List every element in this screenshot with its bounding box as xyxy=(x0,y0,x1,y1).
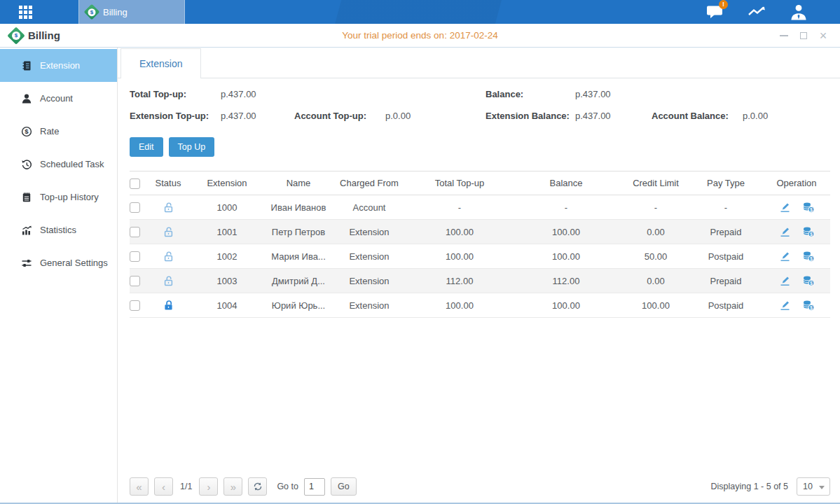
sidebar-item-scheduled-task[interactable]: Scheduled Task xyxy=(0,148,117,181)
extension-topup-label: Extension Top-up: xyxy=(130,111,209,121)
row-checkbox[interactable] xyxy=(130,227,140,237)
goto-page-input[interactable] xyxy=(304,478,325,496)
cell-balance: - xyxy=(509,195,623,220)
select-all-checkbox[interactable] xyxy=(130,178,140,189)
notebook-icon xyxy=(21,192,32,203)
cell-balance: 100.00 xyxy=(509,244,623,269)
top-up-row-button[interactable]: $ xyxy=(802,300,815,311)
page-size-select[interactable]: 10 xyxy=(797,477,830,496)
app-launcher-button[interactable] xyxy=(0,0,50,24)
edit-button[interactable]: Edit xyxy=(130,137,163,157)
sidebar-item-rate[interactable]: $ Rate xyxy=(0,115,117,148)
sidebar-item-general-settings[interactable]: General Settings xyxy=(0,246,117,279)
top-up-row-button[interactable]: $ xyxy=(802,202,815,213)
table-body: 1000 Иван Иванов Account - - - - xyxy=(130,195,830,318)
locked-icon xyxy=(163,300,174,312)
edit-row-button[interactable] xyxy=(779,202,791,213)
row-checkbox[interactable] xyxy=(130,202,140,213)
account-button[interactable] xyxy=(790,3,808,21)
cell-pay-type: Prepaid xyxy=(689,269,763,293)
maximize-button[interactable] xyxy=(798,30,809,41)
top-up-row-button[interactable]: $ xyxy=(802,226,815,237)
ledger-icon xyxy=(21,60,32,71)
table-row[interactable]: 1000 Иван Иванов Account - - - - xyxy=(130,195,830,220)
reports-button[interactable] xyxy=(748,3,766,21)
table-row[interactable]: 1001 Петр Петров Extension 100.00 100.00… xyxy=(130,220,830,244)
window-titlebar: $ Billing Your trial period ends on: 201… xyxy=(0,24,840,48)
row-checkbox[interactable] xyxy=(130,251,140,262)
sidebar: Extension Account $ Rate xyxy=(0,48,118,503)
prev-page-button[interactable]: ‹ xyxy=(154,477,173,496)
close-button[interactable]: × xyxy=(818,30,829,41)
pagination-bar: « ‹ 1/1 › » Go to Go Displaying xyxy=(118,473,840,503)
cell-total-topup: - xyxy=(410,195,509,220)
taskbar-item-billing[interactable]: $ Billing xyxy=(78,0,185,24)
tab-extension[interactable]: Extension xyxy=(121,48,201,78)
table-row[interactable]: 1004 Юрий Юрь... Extension 100.00 100.00… xyxy=(130,293,830,318)
cell-charged-from: Extension xyxy=(329,244,410,269)
line-chart-icon xyxy=(748,4,766,20)
unlocked-icon xyxy=(163,226,174,238)
cell-name: Петр Петров xyxy=(268,220,329,244)
cell-extension: 1003 xyxy=(186,269,268,293)
pencil-icon xyxy=(779,226,791,237)
table-header-row: Status Extension Name Charged From Total… xyxy=(130,172,830,195)
cell-balance: 112.00 xyxy=(509,269,623,293)
sidebar-item-label: Account xyxy=(40,93,73,104)
edit-row-button[interactable] xyxy=(779,226,791,237)
sliders-icon xyxy=(21,258,32,269)
refresh-button[interactable] xyxy=(248,477,267,496)
row-checkbox[interactable] xyxy=(130,276,140,286)
last-page-button[interactable]: » xyxy=(223,477,242,496)
top-up-row-button[interactable]: $ xyxy=(802,275,815,286)
taskbar-item-label: Billing xyxy=(103,7,128,18)
sidebar-item-topup-history[interactable]: Top-up History xyxy=(0,181,117,214)
first-page-button[interactable]: « xyxy=(130,477,149,496)
tab-strip: Extension xyxy=(118,48,840,78)
minimize-button[interactable] xyxy=(778,30,790,41)
refresh-icon xyxy=(253,482,263,491)
col-charged-from: Charged From xyxy=(329,172,410,195)
edit-row-button[interactable] xyxy=(779,300,791,311)
cell-pay-type: Postpaid xyxy=(689,244,763,269)
messages-button[interactable]: ! xyxy=(705,3,724,21)
edit-row-button[interactable] xyxy=(779,251,791,262)
coins-topup-icon: $ xyxy=(802,251,815,262)
cell-charged-from: Extension xyxy=(329,220,410,244)
col-credit-limit: Credit Limit xyxy=(623,172,689,195)
cell-total-topup: 100.00 xyxy=(410,293,509,318)
ext-bal-anchor: Extension Balance: xyxy=(486,111,570,121)
billing-app-icon: $ xyxy=(84,4,100,20)
cell-name: Дмитрий Д... xyxy=(268,269,329,293)
goto-label: Go to xyxy=(277,482,298,491)
go-button[interactable]: Go xyxy=(331,477,357,496)
history-clock-icon xyxy=(21,159,32,170)
sidebar-item-label: Statistics xyxy=(40,225,76,235)
cell-charged-from: Account xyxy=(329,195,410,220)
cell-credit-limit: 50.00 xyxy=(623,244,689,269)
col-total-topup: Total Top-up xyxy=(410,172,509,195)
sidebar-item-label: General Settings xyxy=(40,258,108,268)
sidebar-item-extension[interactable]: Extension xyxy=(0,49,117,82)
row-checkbox[interactable] xyxy=(130,300,140,311)
sidebar-item-label: Extension xyxy=(40,60,80,71)
desktop-topbar: $ Billing ! xyxy=(0,0,840,24)
extension-balance-value: р.437.00 xyxy=(575,111,611,121)
table-row[interactable]: 1003 Дмитрий Д... Extension 112.00 112.0… xyxy=(130,269,830,293)
coins-topup-icon: $ xyxy=(802,202,815,213)
sidebar-item-account[interactable]: Account xyxy=(0,82,117,115)
page-size-value: 10 xyxy=(803,482,813,491)
sidebar-item-statistics[interactable]: Statistics xyxy=(0,214,117,246)
sidebar-item-label: Rate xyxy=(40,126,59,136)
extension-balance-label: Account Balance: xyxy=(652,111,729,121)
top-up-row-button[interactable]: $ xyxy=(802,251,815,262)
balance-label: Balance: xyxy=(486,89,523,99)
coins-topup-icon: $ xyxy=(802,300,815,311)
svg-text:$: $ xyxy=(810,207,813,213)
pencil-icon xyxy=(779,202,791,213)
next-page-button[interactable]: › xyxy=(199,477,218,496)
total-topup-value: р.437.00 xyxy=(221,89,256,99)
edit-row-button[interactable] xyxy=(779,275,791,286)
table-row[interactable]: 1002 Мария Ива... Extension 100.00 100.0… xyxy=(130,244,830,269)
top-up-button[interactable]: Top Up xyxy=(169,137,215,157)
